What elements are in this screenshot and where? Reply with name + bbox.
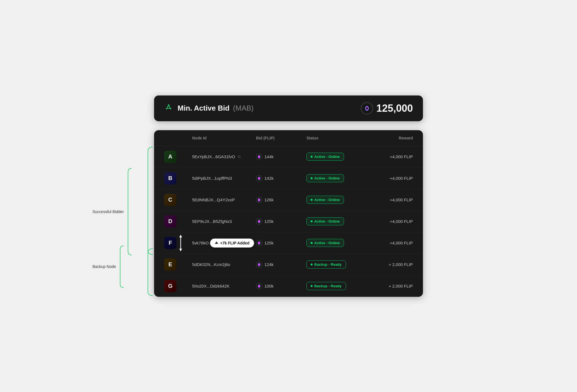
status-cell-e: Backup - Ready	[306, 260, 362, 269]
svg-marker-9	[215, 241, 218, 244]
table-row: C 5EdNNBJX...Q4Y2xoP 126k Active - Onlin…	[154, 189, 423, 211]
successful-bidder-bracket	[127, 167, 132, 256]
table-row: E 5dDK02N...Kcm2j6o 124k Backup - Ready	[154, 254, 423, 276]
status-cell-d: Active - Online	[306, 217, 362, 225]
node-id-d: 5EP9cJX...B5ZfgNxS	[192, 219, 256, 224]
flip-token-icon	[361, 102, 373, 115]
backup-node-section: Backup Node	[92, 237, 124, 297]
mab-title: Min. Active Bid	[178, 104, 229, 112]
bid-cell-d: 125k	[256, 218, 306, 225]
node-id-e: 5dDK02N...Kcm2j6o	[192, 262, 256, 267]
node-id-b: 5dIPpBJX...1upffPhi3	[192, 176, 256, 181]
reward-cell-c: +4,000 FLIP	[362, 197, 413, 202]
reward-cell-b: +4,000 FLIP	[362, 176, 413, 181]
reward-cell-d: +4,000 FLIP	[362, 219, 413, 224]
table-section: Successful Bidder Backup Node Node Id Bi…	[154, 130, 423, 297]
flip-added-badge: +7k FLIP Added	[210, 239, 254, 248]
mab-right: 125,000	[361, 102, 413, 115]
table-row: D 5EP9cJX...B5ZfgNxS 125k Active - Onlin…	[154, 211, 423, 232]
mab-subtitle: (MAB)	[233, 104, 254, 112]
node-avatar-e: E	[164, 258, 192, 271]
page-wrapper: Min. Active Bid (MAB) 125,000 Successful…	[154, 95, 423, 297]
mab-left: Min. Active Bid (MAB)	[164, 103, 254, 114]
table-row: B 5dIPpBJX...1upffPhi3 142k Active - Onl…	[154, 168, 423, 189]
reward-cell-g: + 2,000 FLIP	[362, 284, 413, 288]
svg-marker-7	[179, 235, 182, 237]
status-dot	[311, 242, 313, 244]
status-dot	[311, 199, 313, 201]
node-avatar-b: B	[164, 172, 192, 185]
flip-icon	[256, 240, 262, 246]
col-reward: Reward	[362, 136, 413, 140]
status-dot	[311, 177, 313, 179]
table-header: Node Id Bid (FLIP) Status Reward	[154, 130, 423, 146]
node-table: Node Id Bid (FLIP) Status Reward A 5ExYp…	[154, 130, 423, 297]
node-avatar-a: A	[164, 151, 192, 163]
bid-cell-e: 124k	[256, 262, 306, 268]
mab-value: 125,000	[376, 102, 413, 114]
mab-card: Min. Active Bid (MAB) 125,000	[154, 95, 423, 121]
swap-arrow	[178, 235, 183, 251]
node-avatar-d: D	[164, 215, 192, 228]
bid-cell-c: 126k	[256, 197, 306, 203]
col-nodeid: Node Id	[192, 136, 256, 140]
mab-icon	[164, 103, 173, 114]
backup-node-label: Backup Node	[92, 245, 124, 288]
backup-node-bracket-svg	[145, 248, 154, 297]
bid-cell-f: +7k FLIP Added 125k	[256, 240, 306, 246]
reward-cell-f: +4,000 FLIP	[362, 241, 413, 245]
flip-icon	[256, 218, 262, 225]
mab-title-group: Min. Active Bid (MAB)	[178, 104, 254, 113]
status-cell-f: Active - Online	[306, 239, 362, 247]
backup-node-bracket	[119, 245, 124, 288]
table-row: A 5ExYpBJX...6GA31fvO ⧉ 144k Active - On…	[154, 146, 423, 168]
svg-point-0	[168, 104, 169, 106]
col-avatar	[164, 136, 192, 140]
status-cell-b: Active - Online	[306, 174, 362, 182]
node-avatar-c: C	[164, 194, 192, 206]
col-status: Status	[306, 136, 362, 140]
bid-cell-a: 144k	[256, 154, 306, 160]
flip-icon	[256, 197, 262, 203]
reward-cell-e: + 2,000 FLIP	[362, 262, 413, 267]
node-id-a: 5ExYpBJX...6GA31fvO ⧉	[192, 154, 256, 159]
col-bid: Bid (FLIP)	[256, 136, 306, 140]
status-dot	[311, 263, 313, 265]
flip-icon	[256, 175, 262, 181]
node-id-c: 5EdNNBJX...Q4Y2xoP	[192, 197, 256, 202]
table-row: F 5vk76kO...6GA31fvO	[154, 232, 423, 254]
status-cell-a: Active - Online	[306, 153, 362, 161]
table-row: G 5IIo20X...Ddzk642K 100k Backup - Ready	[154, 276, 423, 297]
flip-icon	[256, 283, 262, 289]
node-id-g: 5IIo20X...Ddzk642K	[192, 284, 256, 288]
bid-cell-b: 142k	[256, 175, 306, 181]
status-cell-g: Backup - Ready	[306, 282, 362, 290]
status-dot	[311, 285, 313, 287]
svg-marker-8	[179, 249, 182, 251]
status-dot	[311, 220, 313, 222]
successful-bidder-bracket-svg	[145, 146, 154, 256]
bid-cell-g: 100k	[256, 283, 306, 289]
status-dot	[311, 156, 313, 158]
flip-icon	[256, 262, 262, 268]
copy-icon[interactable]: ⧉	[238, 154, 241, 159]
status-cell-c: Active - Online	[306, 196, 362, 204]
flip-icon	[256, 154, 262, 160]
reward-cell-a: +4,000 FLIP	[362, 154, 413, 159]
node-avatar-g: G	[164, 280, 192, 292]
